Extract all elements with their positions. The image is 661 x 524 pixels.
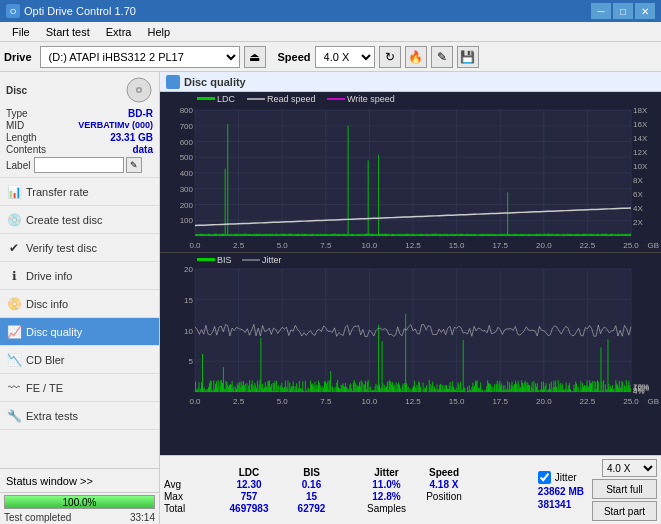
stats-panel: LDC BIS Jitter Speed Avg 12.30 0.16 11.0…	[160, 455, 661, 524]
stats-table: LDC BIS Jitter Speed Avg 12.30 0.16 11.0…	[164, 467, 530, 514]
sidebar-item-create-test-disc[interactable]: 💿 Create test disc	[0, 206, 159, 234]
speed-label: Speed	[278, 51, 311, 63]
status-window-button[interactable]: Status window >>	[0, 469, 159, 493]
samples-value-row: 381341	[538, 499, 584, 510]
disc-quality-title: Disc quality	[184, 76, 246, 88]
stats-row: LDC BIS Jitter Speed Avg 12.30 0.16 11.0…	[164, 459, 657, 521]
stats-max-row: Max 757 15 12.8% Position	[164, 491, 530, 502]
menu-bar: File Start test Extra Help	[0, 22, 661, 42]
disc-quality-header-icon	[166, 75, 180, 89]
sidebar-item-fe-te[interactable]: 〰 FE / TE	[0, 374, 159, 402]
status-time: 33:14	[130, 512, 155, 523]
transfer-rate-icon: 📊	[6, 184, 22, 200]
app-title: Opti Drive Control 1.70	[24, 5, 136, 17]
jitter-checkbox[interactable]	[538, 471, 551, 484]
menu-file[interactable]: File	[4, 24, 38, 40]
drive-select[interactable]: (D:) ATAPI iHBS312 2 PL17	[40, 46, 240, 68]
disc-mid-value: VERBATIMv (000)	[78, 120, 153, 131]
fe-te-icon: 〰	[6, 380, 22, 396]
title-bar: O Opti Drive Control 1.70 ─ □ ✕	[0, 0, 661, 22]
disc-type-value: BD-R	[128, 108, 153, 119]
eject-button[interactable]: ⏏	[244, 46, 266, 68]
disc-type-label: Type	[6, 108, 28, 119]
sidebar-item-cd-bler-label: CD Bler	[26, 354, 65, 366]
app-icon: O	[6, 4, 20, 18]
charts-area	[160, 92, 661, 455]
sidebar-item-extra-tests[interactable]: 🔧 Extra tests	[0, 402, 159, 430]
stats-position-label: Position	[414, 491, 474, 502]
disc-contents-label: Contents	[6, 144, 46, 155]
stats-max-bis: 15	[284, 491, 339, 502]
status-window-label: Status window >>	[6, 475, 93, 487]
status-text-row: Test completed 33:14	[0, 511, 159, 524]
jitter-row: Jitter	[538, 471, 584, 484]
stats-max-jitter: 12.8%	[359, 491, 414, 502]
sidebar-item-disc-info-label: Disc info	[26, 298, 68, 310]
disc-mid-label: MID	[6, 120, 24, 131]
stats-col-ldc: LDC	[214, 467, 284, 478]
extra-tests-icon: 🔧	[6, 408, 22, 424]
sidebar-item-disc-quality[interactable]: 📈 Disc quality	[0, 318, 159, 346]
nav-items: 📊 Transfer rate 💿 Create test disc ✔ Ver…	[0, 178, 159, 468]
stats-controls: 4.0 X Start full Start part	[592, 459, 657, 521]
edit-button[interactable]: ✎	[431, 46, 453, 68]
position-value-row: 23862 MB	[538, 486, 584, 497]
speed-select[interactable]: 4.0 X	[315, 46, 375, 68]
bottom-chart	[160, 253, 661, 408]
stats-col-speed: Speed	[414, 467, 474, 478]
start-part-button[interactable]: Start part	[592, 501, 657, 521]
sidebar-item-transfer-rate[interactable]: 📊 Transfer rate	[0, 178, 159, 206]
minimize-button[interactable]: ─	[591, 3, 611, 19]
create-test-disc-icon: 💿	[6, 212, 22, 228]
sidebar-bottom: Status window >> 100.0% Test completed 3…	[0, 468, 159, 524]
close-button[interactable]: ✕	[635, 3, 655, 19]
sidebar-item-disc-quality-label: Disc quality	[26, 326, 82, 338]
disc-mid-row: MID VERBATIMv (000)	[6, 120, 153, 131]
sidebar-item-extra-tests-label: Extra tests	[26, 410, 78, 422]
progress-bar: 100.0%	[4, 495, 155, 509]
sidebar-item-fe-te-label: FE / TE	[26, 382, 63, 394]
sidebar-item-cd-bler[interactable]: 📉 CD Bler	[0, 346, 159, 374]
refresh-button[interactable]: ↻	[379, 46, 401, 68]
drive-label: Drive	[4, 51, 32, 63]
sidebar-item-create-test-disc-label: Create test disc	[26, 214, 102, 226]
stats-max-ldc: 757	[214, 491, 284, 502]
disc-svg-icon	[125, 76, 153, 104]
menu-help[interactable]: Help	[139, 24, 178, 40]
disc-label-input[interactable]	[34, 157, 124, 173]
disc-label-row: Label ✎	[6, 157, 153, 173]
start-full-button[interactable]: Start full	[592, 479, 657, 499]
disc-quality-icon: 📈	[6, 324, 22, 340]
sidebar-item-disc-info[interactable]: 📀 Disc info	[0, 290, 159, 318]
stats-speed-select[interactable]: 4.0 X	[602, 459, 657, 477]
disc-section-title: Disc	[6, 85, 27, 96]
top-chart	[160, 92, 661, 252]
sidebar-item-verify-test-disc[interactable]: ✔ Verify test disc	[0, 234, 159, 262]
stats-col-bis: BIS	[284, 467, 339, 478]
stats-header: LDC BIS Jitter Speed	[164, 467, 530, 478]
stats-avg-ldc: 12.30	[214, 479, 284, 490]
sidebar-item-drive-info[interactable]: ℹ Drive info	[0, 262, 159, 290]
stats-total-label: Total	[164, 503, 214, 514]
stats-avg-jitter: 11.0%	[359, 479, 414, 490]
disc-type-row: Type BD-R	[6, 108, 153, 119]
sidebar-item-transfer-rate-label: Transfer rate	[26, 186, 89, 198]
status-completed-text: Test completed	[4, 512, 71, 523]
stats-avg-row: Avg 12.30 0.16 11.0% 4.18 X	[164, 479, 530, 490]
sidebar-item-drive-info-label: Drive info	[26, 270, 72, 282]
disc-length-row: Length 23.31 GB	[6, 132, 153, 143]
jitter-label: Jitter	[555, 472, 577, 483]
disc-contents-value: data	[132, 144, 153, 155]
main-layout: Disc Type BD-R MID VERBATIMv (000) Lengt…	[0, 72, 661, 524]
menu-extra[interactable]: Extra	[98, 24, 140, 40]
top-chart-canvas	[160, 92, 661, 252]
maximize-button[interactable]: □	[613, 3, 633, 19]
disc-info-panel: Disc Type BD-R MID VERBATIMv (000) Lengt…	[0, 72, 159, 178]
burn-button[interactable]: 🔥	[405, 46, 427, 68]
bottom-chart-canvas	[160, 253, 661, 408]
stats-samples-label: Samples	[359, 503, 414, 514]
menu-start-test[interactable]: Start test	[38, 24, 98, 40]
disc-label-edit-button[interactable]: ✎	[126, 157, 142, 173]
sidebar-item-verify-test-disc-label: Verify test disc	[26, 242, 97, 254]
save-button[interactable]: 💾	[457, 46, 479, 68]
